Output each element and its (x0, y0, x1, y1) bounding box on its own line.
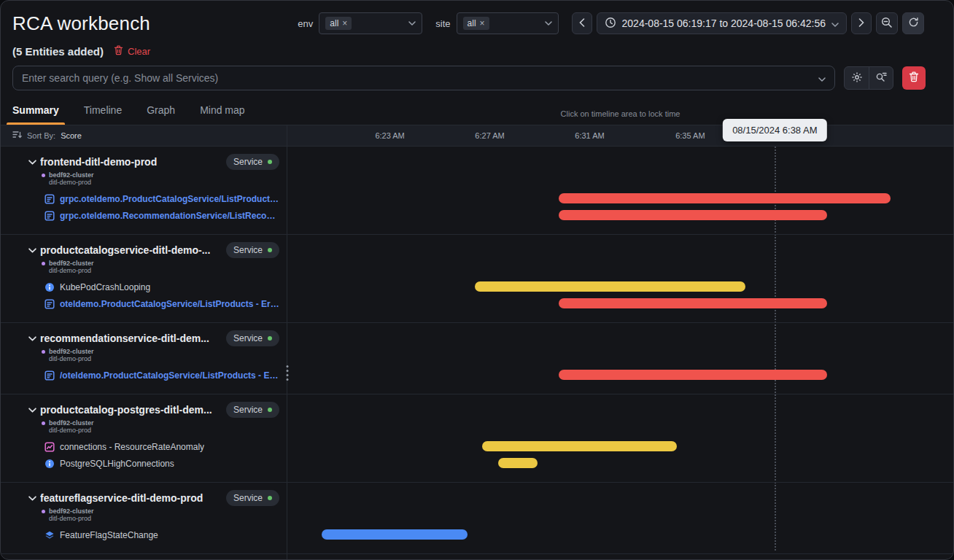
entity-namespace: ditl-demo-prod (49, 355, 91, 362)
tab-graph[interactable]: Graph (147, 98, 175, 125)
env-chip-remove-icon[interactable]: × (342, 19, 347, 28)
child-item[interactable]: grpc.oteldemo.RecommendationService/List… (44, 207, 279, 224)
cluster-dot (42, 510, 45, 513)
collapse-chevron-icon[interactable] (28, 496, 36, 501)
tab-label: Timeline (84, 104, 122, 116)
clear-entities-button[interactable]: Clear (114, 45, 150, 58)
sort-by-value: Score (61, 131, 82, 140)
entity-cluster-name: bedf92-cluster (49, 419, 94, 427)
site-chip-remove-icon[interactable]: × (480, 19, 485, 28)
collapse-chevron-icon[interactable] (28, 336, 36, 341)
alert-info-icon (44, 282, 55, 292)
entity-bar-lane[interactable] (287, 323, 953, 394)
search-box[interactable] (12, 66, 835, 90)
entity-name[interactable]: productcatalogservice-ditl-demo-... (40, 244, 210, 256)
site-filter: site all × (435, 12, 558, 34)
child-item[interactable]: PostgreSQLHighConnections (44, 455, 279, 472)
child-item[interactable]: grpc.oteldemo.ProductCatalogService/List… (44, 190, 279, 207)
child-item[interactable]: FeatureFlagStateChange (44, 526, 279, 543)
entity-group: recommendationservice-ditl-dem... Servic… (1, 323, 953, 394)
time-axis: 6:23 AM6:27 AM6:31 AM6:35 AM (287, 125, 953, 146)
service-badge: Service (226, 402, 279, 418)
time-next-button[interactable] (851, 12, 872, 34)
child-label: oteldemo.ProductCatalogService/ListProdu… (60, 299, 279, 309)
delete-query-button[interactable] (902, 66, 926, 90)
metric-icon (44, 442, 55, 452)
child-item[interactable]: KubePodCrashLooping (44, 279, 279, 295)
timeline-bar[interactable] (475, 281, 746, 292)
health-dot (268, 336, 272, 341)
topbar: RCA workbench env all × site (1, 1, 953, 40)
timeline-bar[interactable] (559, 193, 891, 203)
sort-by-control[interactable]: Sort By: Score (1, 125, 287, 146)
time-range-button[interactable]: 2024-08-15 06:19:17 to 2024-08-15 06:42:… (597, 12, 847, 34)
trash-icon (909, 71, 919, 85)
timeline-bar[interactable] (482, 441, 678, 451)
entity-name[interactable]: featureflagservice-ditl-demo-prod (40, 492, 203, 504)
site-filter-select[interactable]: all × (457, 12, 559, 34)
chevron-down-icon (408, 21, 416, 26)
locked-time-tooltip: 08/15/2024 6:38 AM (723, 119, 826, 141)
chevron-down-icon (545, 21, 552, 26)
entity-bar-lane[interactable] (287, 147, 953, 234)
child-label: grpc.oteldemo.RecommendationService/List… (60, 211, 279, 221)
active-tab-underline (7, 122, 65, 125)
timeline-bar[interactable] (322, 529, 468, 540)
env-filter-select[interactable]: all × (319, 12, 422, 34)
child-item[interactable]: /oteldemo.ProductCatalogService/ListProd… (44, 367, 279, 384)
entity-namespace: ditl-demo-prod (49, 267, 91, 274)
child-item[interactable]: connections - ResourceRateAnomaly (44, 438, 279, 455)
advanced-search-button[interactable] (869, 67, 893, 89)
tabs: SummaryTimelineGraphMind map (12, 98, 245, 125)
entity-name[interactable]: frontend-ditl-demo-prod (40, 156, 157, 168)
rca-workbench-window: RCA workbench env all × site (0, 0, 954, 560)
sort-icon (12, 129, 22, 142)
service-badge-label: Service (233, 157, 263, 167)
env-filter: env all × (298, 12, 422, 34)
zoom-out-button[interactable] (876, 12, 898, 34)
entity-cluster-name: bedf92-cluster (49, 260, 94, 267)
tab-summary[interactable]: Summary (12, 98, 59, 125)
cluster-dot (42, 262, 45, 265)
trace-icon (44, 211, 55, 221)
entity-children: connections - ResourceRateAnomaly Postgr… (44, 438, 279, 472)
panel-resize-handle[interactable] (284, 365, 291, 390)
timeline-bar[interactable] (559, 210, 828, 220)
service-badge: Service (226, 154, 279, 170)
entity-namespace: ditl-demo-prod (49, 515, 91, 522)
page-title: RCA workbench (12, 12, 150, 35)
settings-button[interactable] (845, 67, 869, 89)
entity-bar-lane[interactable] (287, 235, 953, 322)
child-item[interactable]: oteldemo.ProductCatalogService/ListProdu… (44, 295, 279, 312)
refresh-icon (908, 17, 919, 30)
timeline-bar[interactable] (559, 370, 828, 380)
entity-name[interactable]: recommendationservice-ditl-dem... (40, 332, 209, 344)
content-filler (1, 554, 953, 559)
refresh-button[interactable] (902, 12, 924, 34)
collapse-chevron-icon[interactable] (28, 248, 36, 253)
tab-mind-map[interactable]: Mind map (200, 98, 244, 125)
chevron-left-icon (579, 18, 585, 29)
collapse-chevron-icon[interactable] (28, 160, 36, 165)
axis-tick-label: 6:31 AM (575, 131, 604, 140)
entity-group: productcatalog-postgres-ditl-dem... Serv… (1, 394, 953, 483)
clear-label: Clear (128, 46, 150, 57)
env-filter-chip: all × (325, 17, 352, 30)
timeline-bar[interactable] (498, 458, 538, 468)
tab-timeline[interactable]: Timeline (84, 98, 122, 125)
entity-bar-lane[interactable] (287, 483, 953, 553)
entity-name[interactable]: productcatalog-postgres-ditl-dem... (40, 404, 212, 416)
chevron-down-icon (818, 71, 826, 85)
search-input[interactable] (22, 72, 813, 84)
service-badge-label: Service (233, 493, 263, 503)
entity-cluster-name: bedf92-cluster (49, 508, 94, 515)
axis-tick-label: 6:23 AM (375, 131, 404, 140)
collapse-chevron-icon[interactable] (28, 408, 36, 413)
time-prev-button[interactable] (572, 12, 592, 34)
child-label: PostgreSQLHighConnections (60, 459, 174, 469)
time-range-text: 2024-08-15 06:19:17 to 2024-08-15 06:42:… (622, 18, 826, 29)
entity-children: FeatureFlagStateChange (44, 526, 279, 543)
child-label: /oteldemo.ProductCatalogService/ListProd… (60, 370, 279, 381)
entity-bar-lane[interactable] (287, 394, 953, 482)
timeline-bar[interactable] (559, 298, 828, 308)
